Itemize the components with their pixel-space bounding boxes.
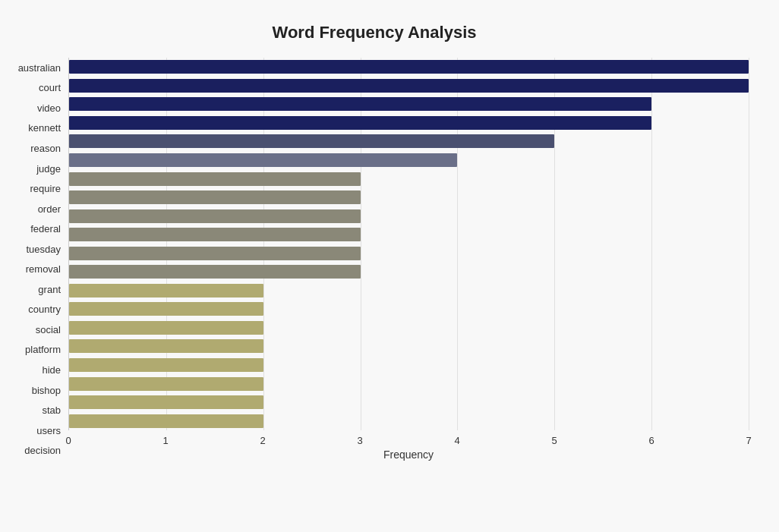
- grid-line: [749, 58, 749, 430]
- y-label: country: [0, 304, 61, 314]
- y-label: require: [0, 184, 61, 194]
- y-labels: australiancourtvideokennettreasonjudgere…: [0, 58, 68, 461]
- bar: [69, 97, 651, 111]
- bar-row: [69, 376, 749, 392]
- y-label: tuesday: [0, 244, 61, 254]
- x-tick: 4: [454, 435, 459, 446]
- bar-row: [69, 263, 749, 280]
- bar: [69, 172, 361, 186]
- bar: [69, 247, 361, 260]
- grid-line: [554, 58, 555, 430]
- bar: [69, 284, 263, 297]
- y-label: australian: [0, 63, 61, 73]
- bar-row: [69, 77, 749, 94]
- bar-row: [69, 152, 749, 168]
- bar: [69, 116, 651, 130]
- y-label: federal: [0, 224, 61, 234]
- grid-line: [457, 58, 458, 430]
- x-tick: 5: [551, 435, 557, 446]
- chart-area: australiancourtvideokennettreasonjudgere…: [0, 58, 749, 461]
- bar: [69, 302, 263, 316]
- bar-row: [69, 226, 749, 243]
- bar-row: [69, 413, 749, 430]
- bar: [69, 209, 361, 223]
- x-tick: 0: [65, 435, 71, 446]
- bar: [69, 377, 263, 391]
- bar-row: [69, 96, 749, 112]
- bar-row: [69, 189, 749, 206]
- bar-row: [69, 301, 749, 317]
- bar: [69, 321, 263, 335]
- bar-row: [69, 282, 749, 299]
- bar: [69, 339, 263, 353]
- grid-line: [651, 58, 652, 430]
- y-label: court: [0, 83, 61, 93]
- bar-row: [69, 245, 749, 262]
- chart-title: Word Frequency Analysis: [0, 15, 749, 42]
- y-label: bishop: [0, 386, 61, 395]
- x-tick: 3: [357, 435, 362, 446]
- bars-section: [68, 58, 749, 430]
- bar: [69, 228, 361, 241]
- y-label: users: [0, 426, 61, 436]
- x-axis: 01234567: [68, 430, 749, 445]
- chart-container: Word Frequency Analysis australiancourtv…: [0, 0, 779, 532]
- bar-row: [69, 115, 749, 131]
- grid-line: [361, 58, 361, 430]
- y-label: kennett: [0, 123, 61, 133]
- y-label: stab: [0, 405, 61, 415]
- bar-row: [69, 58, 749, 75]
- bar-row: [69, 394, 749, 411]
- bar: [69, 358, 263, 372]
- y-label: video: [0, 103, 61, 113]
- bar: [69, 79, 749, 93]
- x-axis-label: Frequency: [68, 449, 749, 461]
- bars-and-x: 01234567 Frequency: [68, 58, 749, 461]
- y-label: platform: [0, 345, 61, 354]
- y-label: removal: [0, 264, 61, 274]
- bar: [69, 134, 554, 148]
- bar-row: [69, 208, 749, 225]
- y-label: grant: [0, 285, 61, 294]
- y-label: order: [0, 204, 61, 214]
- y-label: reason: [0, 143, 61, 153]
- grid-line: [166, 58, 167, 430]
- bar: [69, 60, 749, 74]
- x-tick: 2: [260, 435, 265, 446]
- grid-line: [263, 58, 264, 430]
- bar: [69, 265, 361, 279]
- bar: [69, 414, 263, 428]
- y-label: hide: [0, 365, 61, 375]
- bar-row: [69, 357, 749, 373]
- bar-row: [69, 133, 749, 150]
- y-label: decision: [0, 445, 61, 455]
- x-tick: 6: [648, 435, 654, 446]
- bar-row: [69, 320, 749, 336]
- bar-row: [69, 171, 749, 187]
- x-tick: 7: [746, 435, 751, 446]
- y-label: judge: [0, 164, 61, 174]
- bar: [69, 395, 263, 409]
- bar: [69, 153, 457, 167]
- bar-row: [69, 338, 749, 354]
- grid-lines: [69, 58, 749, 430]
- bar: [69, 190, 361, 204]
- x-tick: 1: [162, 435, 168, 446]
- y-label: social: [0, 325, 61, 335]
